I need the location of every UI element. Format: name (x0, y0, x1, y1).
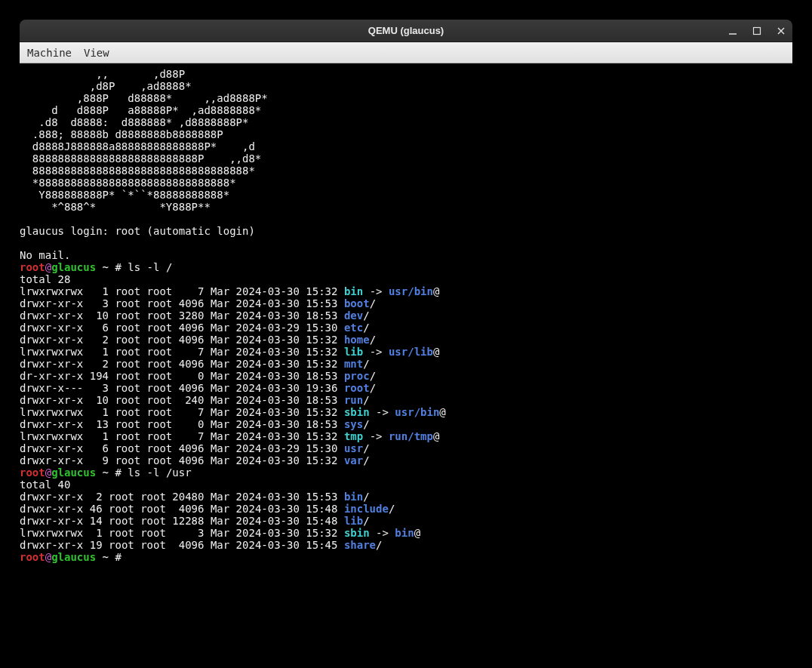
ls-date: Mar 2024-03-30 18:53 (204, 418, 343, 430)
ls-nlink: 6 (83, 442, 109, 454)
close-button[interactable] (776, 26, 786, 36)
ls-owner: root root (109, 309, 172, 322)
ls-perm: lrwxrwxrwx (20, 346, 83, 358)
terminal-line: drwxr-xr-x 13 root root 0 Mar 2024-03-30… (20, 418, 792, 430)
ls-name: var (344, 454, 363, 466)
titlebar[interactable]: QEMU (glaucus) (20, 20, 792, 42)
ascii-art-line: ,d8P ,ad8888* (20, 80, 192, 92)
terminal-line: drwxr-xr-x 2 root root 4096 Mar 2024-03-… (20, 334, 792, 346)
ls-nlink: 6 (83, 322, 109, 334)
ls-suffix: / (363, 454, 369, 466)
ls-suffix: @ (433, 430, 439, 442)
ls-size: 4096 (172, 442, 204, 454)
terminal-line: lrwxrwxrwx 1 root root 7 Mar 2024-03-30 … (20, 406, 792, 418)
blank (20, 213, 26, 225)
terminal-line: root@glaucus ~ # ls -l /usr (20, 466, 792, 479)
prompt-host: glaucus (51, 261, 96, 273)
ls-name: home (344, 334, 370, 346)
ls-target: run/tmp (389, 430, 433, 442)
ls-nlink: 46 (83, 503, 102, 515)
maximize-button[interactable] (752, 26, 762, 36)
ascii-art-line: *^888^* *Y888P** (20, 201, 211, 213)
terminal-line: lrwxrwxrwx 1 root root 7 Mar 2024-03-30 … (20, 346, 792, 358)
ls-suffix: @ (414, 527, 420, 539)
prompt-host: glaucus (51, 466, 96, 479)
ls-size: 4096 (172, 334, 204, 346)
ls-size: 3 (166, 527, 205, 539)
ls-nlink: 19 (83, 539, 102, 551)
ls-arrow: -> (370, 406, 395, 418)
ls-total: total 40 (20, 479, 70, 491)
ls-perm: drwxr-xr-x (20, 539, 83, 551)
qemu-window: QEMU (glaucus) Machine View ,, ,d88P ,d8… (20, 20, 792, 667)
ls-owner: root root (109, 418, 172, 430)
terminal-line: drwxr-xr-x 19 root root 4096 Mar 2024-03… (20, 539, 792, 551)
ls-suffix: / (370, 334, 376, 346)
ls-owner: root root (109, 406, 172, 418)
prompt-hash: # (115, 466, 128, 479)
terminal-line: drwxr-xr-x 46 root root 4096 Mar 2024-03… (20, 503, 792, 515)
ls-size: 7 (172, 285, 204, 297)
terminal-line: drwxr-xr-x 9 root root 4096 Mar 2024-03-… (20, 454, 792, 466)
ls-perm: lrwxrwxrwx (20, 285, 83, 297)
prompt-at: @ (45, 551, 51, 563)
ls-date: Mar 2024-03-29 15:30 (204, 442, 343, 454)
ls-date: Mar 2024-03-30 18:53 (204, 309, 343, 322)
ls-nlink: 10 (83, 394, 109, 406)
ls-date: Mar 2024-03-30 15:48 (204, 503, 343, 515)
ls-name: usr (344, 442, 363, 454)
ls-nlink: 1 (83, 285, 109, 297)
terminal-line: .d8 d8888: d888888* ,d8888888P* (20, 116, 792, 128)
ls-date: Mar 2024-03-30 15:32 (204, 406, 343, 418)
ls-size: 12288 (166, 515, 205, 527)
ls-nlink: 1 (83, 430, 109, 442)
ls-name: etc (344, 322, 363, 334)
minimize-button[interactable] (727, 26, 738, 36)
ls-owner: root root (103, 503, 166, 515)
ls-name: lib (344, 515, 363, 527)
ls-date: Mar 2024-03-30 15:32 (204, 430, 343, 442)
ls-name: sys (344, 418, 363, 430)
ls-suffix: @ (439, 406, 445, 418)
ls-owner: root root (109, 394, 172, 406)
ls-date: Mar 2024-03-30 18:53 (204, 370, 343, 382)
terminal-line: glaucus login: root (automatic login) (20, 225, 792, 237)
ls-size: 20480 (166, 491, 205, 503)
ls-suffix: / (363, 491, 369, 503)
ls-perm: drwxr-xr-x (20, 515, 83, 527)
ls-owner: root root (109, 454, 172, 466)
ls-size: 4096 (172, 454, 204, 466)
prompt-at: @ (45, 261, 51, 273)
terminal-line: d8888J888888a88888888888888P* ,d (20, 140, 792, 152)
ls-date: Mar 2024-03-30 15:45 (204, 539, 343, 551)
terminal-line: No mail. (20, 249, 792, 261)
terminal[interactable]: ,, ,d88P ,d8P ,ad8888* ,888P d88888* ,,a… (20, 63, 792, 667)
ls-name: proc (344, 370, 370, 382)
ascii-art-line: 88888888888888888888888888P ,,d8* (20, 152, 261, 165)
ls-date: Mar 2024-03-30 19:36 (204, 382, 343, 394)
terminal-line: drwxr-xr-x 6 root root 4096 Mar 2024-03-… (20, 442, 792, 454)
ls-name: tmp (344, 430, 363, 442)
ls-perm: drwxr-xr-x (20, 503, 83, 515)
menubar: Machine View (20, 42, 792, 63)
ls-nlink: 1 (83, 346, 109, 358)
terminal-line (20, 213, 792, 225)
ls-name: lib (344, 346, 363, 358)
terminal-line: root@glaucus ~ # (20, 551, 792, 563)
ls-name: bin (344, 491, 363, 503)
menu-machine[interactable]: Machine (27, 47, 72, 59)
ls-suffix: / (370, 382, 376, 394)
ls-date: Mar 2024-03-30 15:32 (204, 285, 343, 297)
ls-suffix: / (363, 515, 369, 527)
ls-name: boot (344, 297, 370, 309)
ls-name: root (344, 382, 370, 394)
prompt-cwd: ~ (96, 466, 115, 479)
ls-date: Mar 2024-03-30 15:32 (204, 454, 343, 466)
menu-view[interactable]: View (84, 47, 109, 59)
ls-perm: drwxr-xr-x (20, 334, 83, 346)
ls-target: bin (395, 527, 414, 539)
terminal-line: drwxr-xr-x 14 root root 12288 Mar 2024-0… (20, 515, 792, 527)
ls-size: 4096 (172, 358, 204, 370)
svg-rect-1 (754, 27, 761, 34)
ls-nlink: 3 (83, 382, 109, 394)
